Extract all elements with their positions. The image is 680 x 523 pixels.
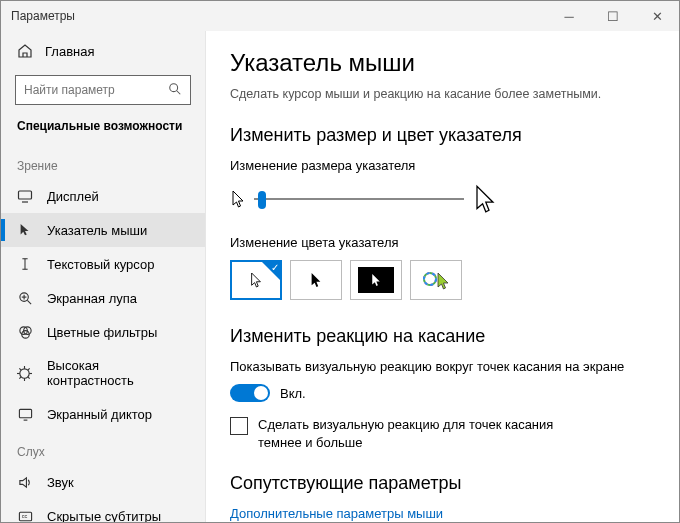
color-filters-icon: [17, 324, 33, 340]
nav-color-filters[interactable]: Цветные фильтры: [1, 315, 205, 349]
pointer-color-custom[interactable]: [410, 260, 462, 300]
nav-label: Экранный диктор: [47, 407, 152, 422]
minimize-button[interactable]: ─: [547, 1, 591, 31]
svg-line-22: [28, 368, 30, 370]
group-hearing: Слух: [1, 431, 205, 465]
pointer-color-options: ✓: [230, 260, 655, 300]
svg-line-19: [20, 368, 22, 370]
section-related: Сопутствующие параметры: [230, 473, 655, 494]
svg-point-0: [170, 83, 178, 91]
window-title: Параметры: [11, 9, 75, 23]
touch-feedback-toggle[interactable]: [230, 384, 270, 402]
pointer-color-white[interactable]: ✓: [230, 260, 282, 300]
cursor-icon: [17, 222, 33, 238]
nav-label: Звук: [47, 475, 74, 490]
nav-label: Текстовый курсор: [47, 257, 154, 272]
cursor-large-icon: [472, 183, 498, 215]
touch-toggle-row: Вкл.: [230, 384, 655, 402]
darker-feedback-row: Сделать визуальную реакцию для точек кас…: [230, 416, 655, 451]
contrast-icon: [17, 365, 33, 381]
nav-narrator[interactable]: Экранный диктор: [1, 397, 205, 431]
darker-feedback-checkbox[interactable]: [230, 417, 248, 435]
nav-label: Цветные фильтры: [47, 325, 157, 340]
search-box[interactable]: [15, 75, 191, 105]
pointer-color-black[interactable]: [290, 260, 342, 300]
pointer-size-row: [230, 183, 655, 215]
label-pointer-color: Изменение цвета указателя: [230, 235, 655, 250]
nav-high-contrast[interactable]: Высокая контрастность: [1, 349, 205, 397]
section-touch: Изменить реакцию на касание: [230, 326, 655, 347]
magnifier-icon: [17, 290, 33, 306]
main-content: Указатель мыши Сделать курсор мыши и реа…: [206, 31, 679, 522]
check-icon: ✓: [271, 262, 279, 273]
captions-icon: cc: [17, 508, 33, 522]
svg-line-21: [20, 376, 22, 378]
section-size-color: Изменить размер и цвет указателя: [230, 125, 655, 146]
pointer-color-inverted[interactable]: [350, 260, 402, 300]
touch-description: Показывать визуальную реакцию вокруг точ…: [230, 359, 655, 374]
home-icon: [17, 43, 33, 59]
audio-icon: [17, 474, 33, 490]
close-button[interactable]: ✕: [635, 1, 679, 31]
nav-label: Высокая контрастность: [47, 358, 189, 388]
titlebar: Параметры ─ ☐ ✕: [1, 1, 679, 31]
sidebar: Главная Специальные возможности Зрение Д…: [1, 31, 206, 522]
maximize-button[interactable]: ☐: [591, 1, 635, 31]
label-pointer-size: Изменение размера указателя: [230, 158, 655, 173]
nav-magnifier[interactable]: Экранная лупа: [1, 281, 205, 315]
home-nav[interactable]: Главная: [1, 35, 205, 67]
page-subtitle: Сделать курсор мыши и реакцию на касание…: [230, 87, 655, 101]
window-controls: ─ ☐ ✕: [547, 1, 679, 31]
svg-line-8: [27, 300, 31, 304]
text-cursor-icon: [17, 256, 33, 272]
search-icon: [168, 82, 182, 99]
nav-label: Дисплей: [47, 189, 99, 204]
nav-label: Указатель мыши: [47, 223, 147, 238]
home-label: Главная: [45, 44, 94, 59]
nav-captions[interactable]: cc Скрытые субтитры: [1, 499, 205, 522]
page-title: Указатель мыши: [230, 49, 655, 77]
nav-audio[interactable]: Звук: [1, 465, 205, 499]
nav-text-cursor[interactable]: Текстовый курсор: [1, 247, 205, 281]
svg-rect-23: [19, 409, 31, 417]
nav-label: Экранная лупа: [47, 291, 137, 306]
pointer-size-slider[interactable]: [254, 189, 464, 209]
svg-text:cc: cc: [21, 513, 27, 519]
narrator-icon: [17, 406, 33, 422]
svg-line-1: [177, 90, 181, 94]
display-icon: [17, 188, 33, 204]
nav-mouse-pointer[interactable]: Указатель мыши: [1, 213, 205, 247]
section-accessibility: Специальные возможности: [1, 119, 205, 145]
svg-line-20: [28, 376, 30, 378]
nav-label: Скрытые субтитры: [47, 509, 161, 523]
search-input[interactable]: [24, 83, 164, 97]
checkbox-label: Сделать визуальную реакцию для точек кас…: [258, 416, 578, 451]
svg-rect-2: [19, 191, 32, 199]
group-vision: Зрение: [1, 145, 205, 179]
toggle-state-label: Вкл.: [280, 386, 306, 401]
cursor-small-icon: [230, 189, 246, 209]
nav-display[interactable]: Дисплей: [1, 179, 205, 213]
link-additional-mouse[interactable]: Дополнительные параметры мыши: [230, 506, 655, 521]
